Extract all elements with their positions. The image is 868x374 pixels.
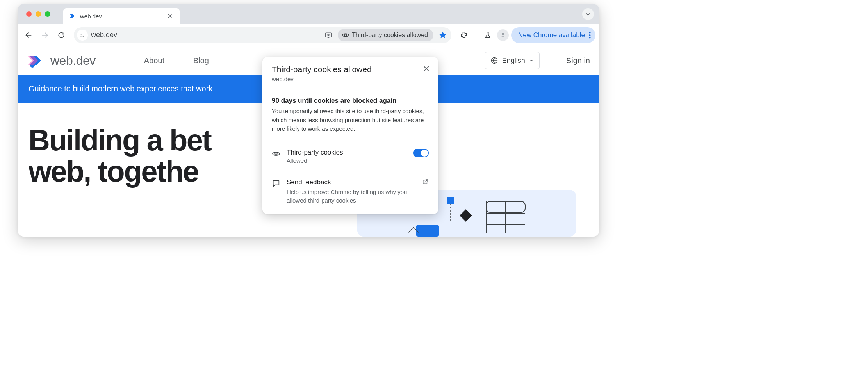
svg-point-16 — [275, 153, 277, 155]
language-selector[interactable]: English — [485, 52, 540, 69]
popover-title: Third-party cookies allowed — [272, 65, 429, 74]
svg-rect-13 — [447, 197, 454, 204]
cookie-status-chip[interactable]: Third-party cookies allowed — [338, 29, 433, 41]
feedback-title: Send feedback — [287, 178, 416, 186]
open-external-icon[interactable] — [422, 178, 429, 185]
browser-window: web.dev web.dev — [18, 4, 599, 237]
svg-rect-3 — [80, 36, 83, 36]
bookmark-star-icon[interactable] — [437, 29, 449, 41]
eye-icon — [272, 149, 281, 158]
tab-favicon-icon — [68, 12, 76, 20]
site-logo[interactable]: web.dev — [27, 52, 96, 69]
language-label: English — [502, 57, 525, 65]
labs-icon[interactable] — [481, 28, 495, 42]
tab-title: web.dev — [80, 13, 164, 20]
forward-button[interactable] — [38, 28, 52, 42]
popover-header: Third-party cookies allowed web.dev — [262, 57, 438, 89]
banner-text: Guidance to build modern web experiences… — [29, 84, 212, 93]
url-text: web.dev — [91, 31, 319, 39]
profile-avatar[interactable] — [497, 29, 509, 41]
install-pwa-icon[interactable] — [322, 29, 335, 41]
countdown-body: You temporarily allowed this site to use… — [272, 107, 429, 134]
third-party-cookies-toggle-row: Third-party cookies Allowed — [262, 141, 438, 171]
cookies-popover: Third-party cookies allowed web.dev 90 d… — [262, 57, 438, 214]
reload-button[interactable] — [54, 28, 68, 42]
site-brand-text: web.dev — [50, 53, 96, 68]
cookie-chip-label: Third-party cookies allowed — [352, 32, 428, 39]
nav-blog[interactable]: Blog — [193, 56, 209, 65]
nav-about[interactable]: About — [144, 56, 164, 65]
feedback-body: Help us improve Chrome by telling us why… — [287, 188, 416, 205]
popover-domain: web.dev — [272, 76, 429, 82]
update-chrome-button[interactable]: New Chrome available — [511, 27, 595, 43]
chevron-down-icon — [529, 58, 534, 63]
active-tab[interactable]: web.dev — [63, 8, 180, 24]
svg-point-8 — [589, 34, 591, 36]
window-controls — [18, 11, 50, 17]
new-tab-button[interactable] — [185, 9, 196, 20]
tab-strip: web.dev — [18, 4, 599, 24]
feedback-icon — [272, 178, 281, 188]
toggle-title: Third-party cookies — [287, 149, 408, 157]
third-party-cookies-toggle[interactable] — [413, 149, 429, 157]
back-button[interactable] — [21, 28, 36, 42]
svg-point-5 — [345, 34, 347, 36]
extensions-icon[interactable] — [457, 28, 471, 42]
eye-icon — [342, 31, 349, 39]
globe-icon — [490, 57, 498, 64]
site-info-button[interactable] — [77, 30, 88, 41]
svg-rect-1 — [82, 34, 84, 34]
toolbar-divider — [476, 30, 476, 40]
toolbar: web.dev Third-party cookies allowed — [18, 24, 599, 46]
popover-countdown-section: 90 days until cookies are blocked again … — [262, 89, 438, 141]
svg-point-7 — [589, 32, 591, 33]
maximize-window-button[interactable] — [45, 11, 50, 17]
countdown-title: 90 days until cookies are blocked again — [272, 97, 429, 105]
svg-point-6 — [502, 33, 504, 35]
popover-close-button[interactable] — [421, 63, 432, 74]
signin-link[interactable]: Sign in — [566, 56, 590, 65]
svg-point-0 — [80, 34, 82, 35]
send-feedback-row[interactable]: Send feedback Help us improve Chrome by … — [262, 171, 438, 214]
minimize-window-button[interactable] — [36, 11, 41, 17]
svg-rect-14 — [416, 225, 439, 237]
tab-search-button[interactable] — [582, 8, 594, 20]
address-bar[interactable]: web.dev Third-party cookies allowed — [74, 27, 451, 43]
svg-point-2 — [83, 36, 84, 37]
toggle-status: Allowed — [287, 157, 408, 164]
svg-point-9 — [589, 37, 591, 38]
close-window-button[interactable] — [26, 11, 32, 17]
update-label: New Chrome available — [518, 31, 585, 39]
tab-close-icon[interactable] — [168, 14, 175, 18]
kebab-menu-icon[interactable] — [589, 32, 591, 39]
